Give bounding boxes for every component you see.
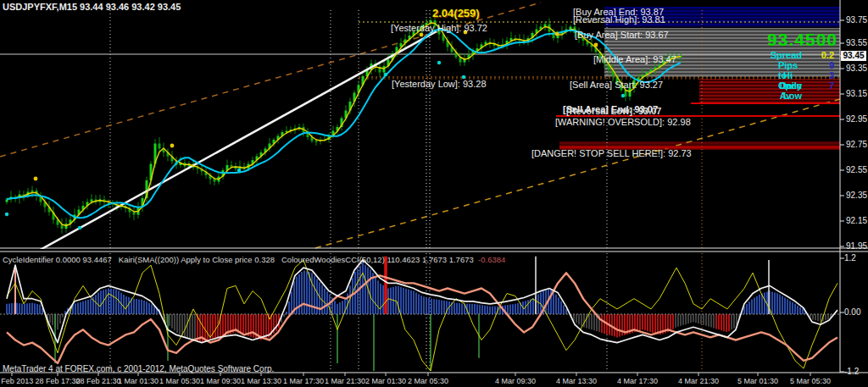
live-price-display: 93.4500 <box>767 30 837 48</box>
time-axis-label[interactable]: 5 Mar 05:30 <box>790 378 831 385</box>
osc-scale-label: 0.00 <box>844 308 860 317</box>
time-axis-label[interactable]: 2 Mar 05:30 <box>408 378 448 385</box>
price-axis-label: 93.75 <box>846 16 867 25</box>
time-axis-label[interactable]: 4 Mar 13:30 <box>556 378 597 385</box>
price-axis-label: 92.15 <box>846 217 867 225</box>
osc-scale-label: -1.2 <box>844 368 859 376</box>
price-axis-label: 93.35 <box>846 64 867 73</box>
cci-values: ColouredWoodiesCCI(50,12) 110.4623 1.767… <box>281 255 474 264</box>
chart-surface[interactable] <box>0 0 868 387</box>
level-label: [WARNING! OVERSOLD]: 92.98 <box>555 118 691 127</box>
info-row-label: Daily Av <box>780 80 802 101</box>
info-row-value: 9 <box>829 60 834 70</box>
time-axis-label[interactable]: 4 Mar 21:30 <box>678 378 719 385</box>
time-axis-label[interactable]: 1 Mar 21:30 <box>325 378 365 385</box>
level-label: [Reversal Low]: 93.07 <box>566 107 662 116</box>
info-row-value: 3 <box>829 70 834 80</box>
time-axis-label[interactable]: 1 Mar 09:30 <box>200 378 241 385</box>
sell-area-band <box>699 79 840 103</box>
pattern-marker-label: 2.04(259) <box>432 8 480 19</box>
price-axis-label: 92.35 <box>846 191 867 200</box>
time-axis-label[interactable]: 1 Mar 05:30 <box>159 378 200 385</box>
time-axis-label[interactable]: 1 Mar 13:30 <box>241 378 281 385</box>
price-axis-label: 91.95 <box>846 242 867 251</box>
info-row-value: 7 <box>829 80 834 91</box>
time-axis-label[interactable]: 28 Feb 21:30 <box>75 378 120 385</box>
price-axis-label: 93.15 <box>846 90 867 98</box>
time-axis-label[interactable]: 5 Mar 01:30 <box>737 378 778 385</box>
cycleidentifier-values: CycleIdentifier 0.0000 93.4467 <box>3 255 112 264</box>
level-label: [DANGER! STOP SELL HERE!]: 92.73 <box>531 149 692 158</box>
level-label: [Middle Area]: 93.47 <box>593 55 676 64</box>
copyright-text: MetaTrader 4 at FOREX.com, c 2001-2012, … <box>3 365 274 373</box>
level-label: [Yesterday High]: 93.72 <box>391 24 487 33</box>
mt4-chart-window: USDJPYFXF,M15 93.44 93.46 93.42 93.45 2.… <box>0 0 868 387</box>
osc-scale-label: 1.2 <box>844 254 856 263</box>
cci-last-value: -0.6384 <box>478 255 505 264</box>
price-axis-label: 92.55 <box>846 166 867 174</box>
current-price-tag: 93.45 <box>841 51 866 61</box>
kairi-values: Kairi(SMA((200)) Apply to Close price 0.… <box>119 255 275 264</box>
time-axis-label[interactable]: 1 Mar 17:30 <box>283 378 324 385</box>
symbol-ohlc-title: USDJPYFXF,M15 93.44 93.46 93.42 93.45 <box>3 3 181 12</box>
price-axis-label: 92.75 <box>846 141 867 149</box>
time-axis-label[interactable]: 28 Feb 2013 <box>0 378 33 385</box>
info-row-value: 0.2 <box>821 50 834 60</box>
time-axis-label[interactable]: 4 Mar 09:30 <box>495 378 536 385</box>
time-axis-label[interactable]: 4 Mar 17:30 <box>617 378 658 385</box>
indicator-header: CycleIdentifier 0.0000 93.4467 Kairi(SMA… <box>3 256 505 264</box>
time-axis-label[interactable]: 2 Mar 01:30 <box>365 378 406 385</box>
time-axis-label[interactable]: 28 Feb 17:30 <box>35 378 80 385</box>
level-label: [Yesterday Low]: 93.28 <box>392 80 487 89</box>
level-label: [Sell Area] Start: 93.27 <box>570 80 663 90</box>
level-label: [Buy Area] Start: 93.67 <box>575 30 669 40</box>
price-axis-label: 92.95 <box>846 115 867 124</box>
info-row-label: Spread <box>771 50 802 60</box>
time-axis-label[interactable]: 1 Mar 01:30 <box>118 378 159 385</box>
level-label: [Reversal High]: 93.81 <box>573 15 665 25</box>
price-axis-label: 93.55 <box>846 39 867 47</box>
